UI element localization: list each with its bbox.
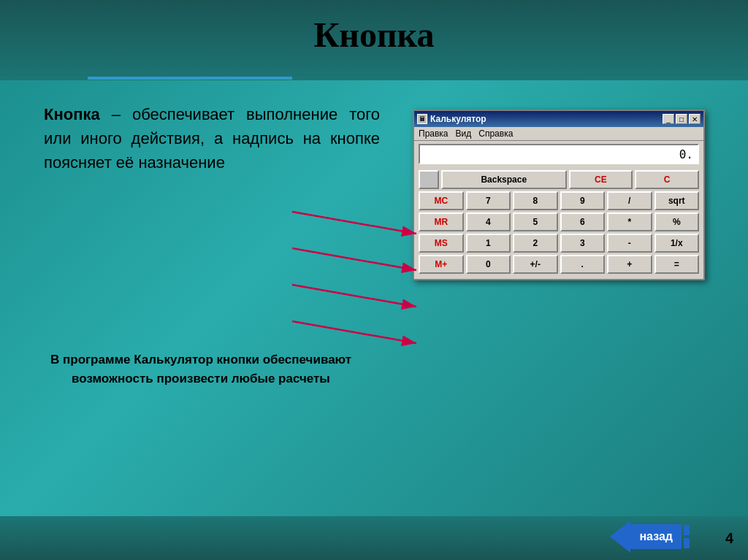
calc-row-5: M+ 0 +/- . + = — [419, 255, 699, 274]
calc-btn-ms[interactable]: MS — [419, 234, 464, 253]
calc-maximize-btn[interactable]: □ — [676, 114, 687, 124]
sub-paragraph: В программе Калькулятор кнопки обеспечив… — [44, 350, 358, 388]
calc-btn-inv[interactable]: 1/x — [654, 234, 700, 253]
calc-titlebar-left: 🖩 Калькулятор — [417, 114, 486, 124]
calc-menubar: Правка Вид Справка — [414, 127, 703, 141]
calc-btn-6[interactable]: 6 — [560, 212, 606, 231]
calc-btn-add[interactable]: + — [607, 255, 652, 274]
nav-back-label[interactable]: назад — [630, 524, 682, 549]
calc-btn-0[interactable]: 0 — [466, 255, 511, 274]
calc-btn-sqrt[interactable]: sqrt — [654, 191, 700, 210]
sub-text-area: В программе Калькулятор кнопки обеспечив… — [44, 350, 358, 388]
title-underline — [88, 77, 292, 80]
main-text-area: Кнопка – обеспечивает выполнение того ил… — [44, 102, 380, 174]
svg-line-4 — [292, 321, 416, 343]
nav-back-lines — [684, 525, 690, 548]
calc-title: Калькулятор — [430, 114, 486, 124]
calc-buttons-area: Backspace CE C MC 7 8 9 / sqrt MR 4 5 6 … — [414, 167, 703, 279]
calc-btn-mplus[interactable]: M+ — [419, 255, 464, 274]
nav-line-2 — [684, 538, 690, 548]
calc-close-btn[interactable]: ✕ — [689, 114, 701, 124]
page-number: 4 — [725, 530, 733, 547]
calc-btn-mul[interactable]: * — [607, 212, 652, 231]
calc-btn-mc[interactable]: MC — [419, 191, 464, 210]
calc-btn-2[interactable]: 2 — [513, 234, 558, 253]
page-title: Кнопка — [0, 15, 748, 55]
calc-btn-8[interactable]: 8 — [513, 191, 558, 210]
calc-btn-backspace[interactable]: Backspace — [441, 170, 567, 189]
svg-line-1 — [292, 212, 416, 234]
bold-word: Кнопка — [44, 105, 100, 123]
svg-line-3 — [292, 285, 416, 307]
calc-btn-dot[interactable]: . — [560, 255, 606, 274]
nav-back-arrow-icon — [610, 521, 630, 553]
calc-btn-mr[interactable]: MR — [419, 212, 464, 231]
calc-btn-empty[interactable] — [419, 170, 439, 189]
calc-menu-spravka[interactable]: Справка — [478, 129, 513, 139]
calc-btn-1[interactable]: 1 — [466, 234, 511, 253]
calc-display-value: 0. — [679, 147, 693, 161]
nav-back-button[interactable]: назад — [610, 521, 690, 553]
calc-titlebar-buttons: _ □ ✕ — [663, 114, 701, 124]
calc-btn-c[interactable]: C — [635, 170, 699, 189]
calc-btn-3[interactable]: 3 — [560, 234, 606, 253]
calc-btn-5[interactable]: 5 — [513, 212, 558, 231]
calc-btn-4[interactable]: 4 — [466, 212, 511, 231]
calc-row-1: Backspace CE C — [419, 170, 699, 189]
calc-titlebar: 🖩 Калькулятор _ □ ✕ — [414, 111, 703, 127]
calc-minimize-btn[interactable]: _ — [663, 114, 674, 124]
calc-btn-div[interactable]: / — [607, 191, 652, 210]
calc-btn-sub[interactable]: - — [607, 234, 652, 253]
main-paragraph: Кнопка – обеспечивает выполнение того ил… — [44, 102, 380, 174]
calc-row-2: MC 7 8 9 / sqrt — [419, 191, 699, 210]
calc-row-3: MR 4 5 6 * % — [419, 212, 699, 231]
calc-btn-9[interactable]: 9 — [560, 191, 606, 210]
svg-line-2 — [292, 248, 416, 270]
calc-display: 0. — [419, 144, 699, 164]
calc-menu-pravka[interactable]: Правка — [419, 129, 449, 139]
calc-btn-7[interactable]: 7 — [466, 191, 511, 210]
calc-app-icon: 🖩 — [417, 114, 427, 124]
calc-btn-ce[interactable]: CE — [569, 170, 633, 189]
calc-row-4: MS 1 2 3 - 1/x — [419, 234, 699, 253]
calc-btn-sign[interactable]: +/- — [513, 255, 558, 274]
calc-menu-vid[interactable]: Вид — [456, 129, 472, 139]
calc-btn-eq[interactable]: = — [654, 255, 700, 274]
calculator-window: 🖩 Калькулятор _ □ ✕ Правка Вид Справка 0… — [413, 110, 705, 280]
calc-btn-pct[interactable]: % — [654, 212, 700, 231]
nav-line-1 — [684, 525, 690, 535]
